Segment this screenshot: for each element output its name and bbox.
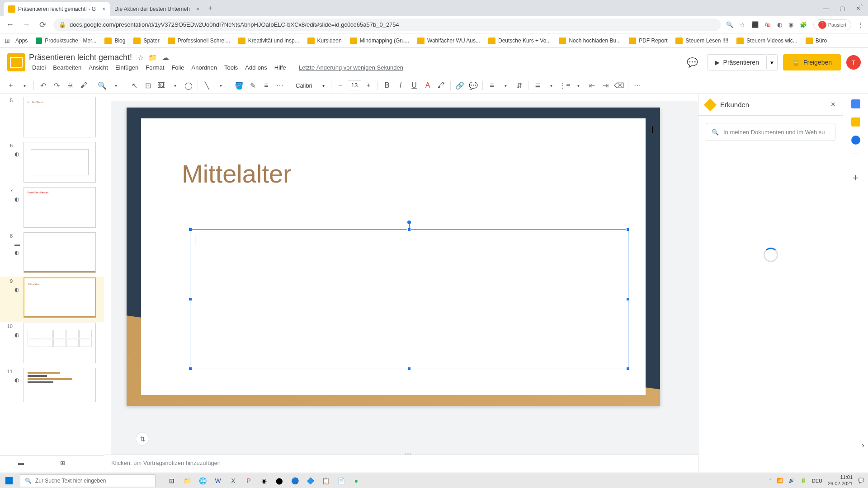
volume-icon[interactable]: 🔊 [788, 478, 795, 483]
menu-file[interactable]: Datei [29, 63, 49, 72]
addons-plus-icon[interactable]: + [853, 172, 859, 184]
spotify-icon[interactable]: ● [349, 474, 363, 487]
clock[interactable]: 11:01 26.02.2021 [828, 474, 853, 486]
underline-button[interactable]: U [408, 79, 420, 92]
close-tab-icon[interactable]: × [102, 6, 105, 12]
clear-formatting-button[interactable]: ⌫ [613, 79, 625, 92]
zoom-icon[interactable]: 🔍 [726, 21, 733, 28]
bookmark-item[interactable]: Blog [102, 36, 128, 46]
browser-tab-active[interactable]: Präsentieren leicht gemacht! - G × [4, 2, 110, 16]
align-dropdown[interactable]: ▾ [499, 79, 512, 92]
zoom-dropdown[interactable]: ▾ [109, 79, 122, 92]
profile-paused-button[interactable]: T Pausiert [813, 19, 851, 30]
slide-thumbnail[interactable] [24, 368, 96, 402]
keep-icon[interactable] [851, 117, 860, 127]
slide-thumbnail[interactable] [24, 323, 96, 363]
resize-handle[interactable] [626, 297, 630, 301]
border-color-button[interactable]: ✎ [246, 79, 259, 92]
menu-tools[interactable]: Tools [221, 63, 241, 72]
image-dropdown[interactable]: ▾ [169, 79, 181, 92]
new-slide-dropdown[interactable]: ▾ [18, 79, 31, 92]
bookmark-item[interactable]: Produktsuche - Mer... [33, 36, 99, 46]
battery-icon[interactable]: 🔋 [800, 478, 807, 483]
calendar-icon[interactable] [851, 99, 860, 108]
slide-thumbnail[interactable] [24, 232, 96, 273]
collapse-speaker-notes-button[interactable]: ⇅ [136, 432, 149, 446]
numbered-list-dropdown[interactable]: ▾ [545, 79, 557, 92]
slide-thumbnail-active[interactable]: Mittelalter [24, 277, 96, 318]
powerpoint-icon[interactable]: P [241, 474, 256, 487]
bookmark-item[interactable]: Wahlfächer WU Aus... [415, 36, 483, 46]
menu-edit[interactable]: Bearbeiten [50, 63, 85, 72]
grid-view-icon[interactable]: ⊞ [60, 460, 65, 466]
menu-addons[interactable]: Add-ons [242, 63, 270, 72]
line-tool[interactable]: ╲ [201, 79, 213, 92]
resize-handle[interactable] [626, 228, 630, 231]
bulleted-list-dropdown[interactable]: ▾ [572, 79, 585, 92]
notifications-icon[interactable]: 💬 [858, 478, 864, 483]
font-size-increase[interactable]: + [362, 79, 375, 92]
expand-arrow-icon[interactable]: › [862, 441, 864, 450]
extension-icon[interactable]: ◉ [788, 21, 793, 28]
app-icon[interactable]: 📋 [318, 474, 333, 487]
align-button[interactable]: ≡ [486, 79, 498, 92]
menu-view[interactable]: Ansicht [85, 63, 111, 72]
close-tab-icon[interactable]: × [196, 6, 199, 12]
app-icon[interactable]: 📄 [334, 474, 348, 487]
numbered-list-button[interactable]: ≣ [531, 79, 544, 92]
app-icon[interactable]: ◉ [257, 474, 271, 487]
italic-button[interactable]: I [394, 79, 407, 92]
explore-search-input[interactable]: 🔍 In meinen Dokumenten und im Web su [706, 123, 835, 141]
word-icon[interactable]: W [211, 474, 225, 487]
select-tool[interactable]: ↖ [128, 79, 141, 92]
bold-button[interactable]: B [381, 79, 393, 92]
present-button[interactable]: ▶ Präsentieren [707, 54, 767, 70]
tasks-icon[interactable] [851, 136, 860, 145]
resize-handle[interactable] [189, 228, 192, 231]
present-dropdown[interactable]: ▾ [767, 54, 778, 70]
bookmark-item[interactable]: Steuern Lesen !!!! [673, 36, 731, 46]
fill-color-button[interactable]: 🪣 [233, 79, 245, 92]
bookmark-item[interactable]: Steuern Videos wic... [734, 36, 800, 46]
doc-title[interactable]: Präsentieren leicht gemacht! [29, 53, 132, 62]
resize-handle[interactable] [407, 367, 411, 371]
text-color-button[interactable]: A [421, 79, 434, 92]
close-window-icon[interactable]: ✕ [856, 5, 861, 12]
drag-handle[interactable] [401, 453, 415, 457]
resize-handle[interactable] [189, 297, 192, 301]
task-view-icon[interactable]: ⊡ [165, 474, 179, 487]
line-spacing-button[interactable]: ⇵ [513, 79, 525, 92]
comment-button[interactable]: 💬 [467, 79, 480, 92]
slide-thumbnail[interactable] [24, 142, 96, 183]
cloud-status-icon[interactable]: ☁ [162, 53, 169, 62]
font-selector[interactable]: Calibri ▾ [292, 79, 328, 92]
line-dropdown[interactable]: ▾ [214, 79, 227, 92]
bookmark-item[interactable]: Noch hochladen Bu... [556, 36, 623, 46]
image-tool[interactable]: 🖼 [155, 79, 168, 92]
move-icon[interactable]: 📁 [148, 53, 157, 62]
minimize-icon[interactable]: — [823, 5, 829, 12]
speaker-notes[interactable]: Klicken, um Vortragsnotizen hinzuzufügen [104, 455, 698, 473]
print-button[interactable]: 🖨 [64, 79, 76, 92]
bulleted-list-button[interactable]: ⋮≡ [558, 79, 571, 92]
menu-format[interactable]: Format [142, 63, 167, 72]
collapse-toolbar-icon[interactable]: ˆ [861, 4, 863, 10]
bookmark-item[interactable]: Professionell Schrei... [165, 36, 233, 46]
highlight-button[interactable]: 🖍 [435, 79, 448, 92]
undo-button[interactable]: ↶ [37, 79, 49, 92]
bookmark-item[interactable]: Apps [13, 36, 30, 46]
excel-icon[interactable]: X [226, 474, 241, 487]
bookmark-item[interactable]: Büro [803, 36, 830, 46]
wifi-icon[interactable]: 📶 [777, 478, 783, 483]
bookmark-item[interactable]: Später [131, 36, 162, 46]
edge-chromium-icon[interactable]: 🔷 [303, 474, 317, 487]
slide-canvas[interactable]: Mittelalter [127, 108, 660, 406]
comments-button[interactable]: 💬 [684, 53, 702, 71]
star-icon[interactable]: ☆ [137, 53, 144, 62]
start-button[interactable] [0, 473, 18, 488]
resize-handle[interactable] [407, 228, 411, 231]
new-tab-button[interactable]: + [204, 2, 217, 14]
star-icon[interactable]: ☆ [740, 21, 745, 28]
menu-slide[interactable]: Folie [168, 63, 187, 72]
bookmark-item[interactable]: Kursideen [305, 36, 344, 46]
